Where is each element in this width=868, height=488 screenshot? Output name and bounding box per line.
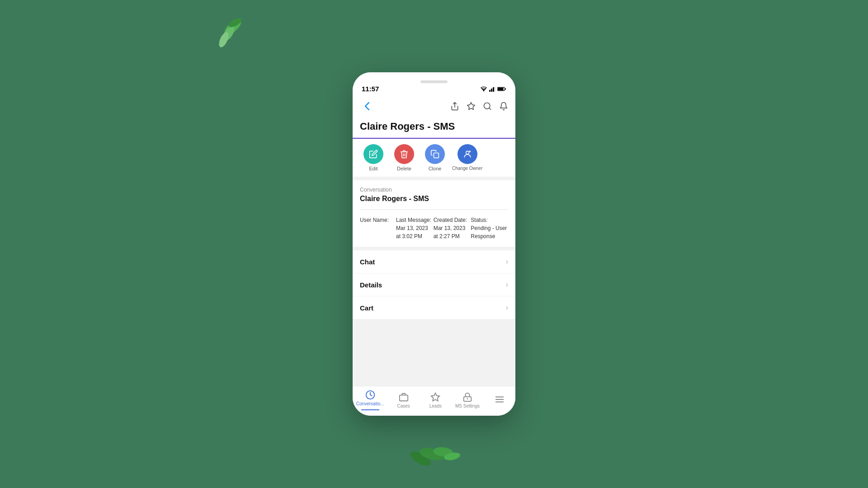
conversation-card-title: Claire Rogers - SMS: [360, 195, 508, 203]
details-chevron-icon: ›: [506, 281, 508, 289]
back-button[interactable]: [360, 99, 374, 113]
share-icon[interactable]: [450, 102, 459, 111]
svg-point-19: [466, 151, 469, 154]
cases-icon: [399, 392, 409, 402]
svg-point-24: [467, 398, 468, 399]
cart-label: Cart: [360, 304, 373, 312]
svg-rect-15: [505, 88, 506, 90]
leads-icon: [430, 392, 440, 402]
bottom-nav: Conversatio... Cases Leads: [353, 386, 515, 416]
svg-rect-11: [493, 87, 494, 92]
conversation-card: Conversation Claire Rogers - SMS User Na…: [353, 180, 515, 247]
details-list-item[interactable]: Details ›: [353, 273, 515, 296]
bell-icon[interactable]: [499, 102, 508, 111]
svg-marker-16: [467, 103, 475, 110]
ms-settings-nav-label: MS Settings: [455, 404, 480, 408]
leads-nav-label: Leads: [429, 404, 442, 408]
svg-marker-22: [431, 393, 439, 400]
user-name-label: User Name:: [360, 216, 396, 224]
user-name-field: User Name:: [360, 216, 396, 240]
bottom-nav-leads[interactable]: Leads: [423, 392, 448, 408]
phone-screen: 11:57: [353, 72, 515, 416]
svg-point-8: [483, 90, 484, 91]
delete-label: Delete: [397, 166, 411, 171]
page-title-bar: Claire Rogers - SMS: [353, 117, 515, 139]
conversations-icon: [365, 390, 375, 400]
cases-nav-label: Cases: [397, 404, 410, 408]
card-fields: User Name: Last Message: Mar 13, 2023 at…: [360, 216, 508, 240]
clone-button[interactable]: Clone: [421, 144, 448, 171]
bottom-nav-menu[interactable]: [487, 394, 512, 406]
star-icon[interactable]: [467, 102, 476, 111]
svg-rect-14: [498, 88, 504, 90]
conversation-section-label: Conversation: [360, 187, 508, 193]
edit-icon-circle: [363, 144, 383, 164]
delete-button[interactable]: Delete: [391, 144, 418, 171]
menu-icon: [495, 394, 505, 404]
created-date-field: Created Date: Mar 13, 2023 at 2:27 PM: [434, 216, 471, 240]
chat-label: Chat: [360, 258, 375, 266]
change-owner-icon-circle: [458, 144, 477, 164]
nav-bar: [353, 95, 515, 117]
conversations-nav-label: Conversatio...: [356, 401, 384, 406]
chat-chevron-icon: ›: [506, 258, 508, 266]
bottom-nav-conversations[interactable]: Conversatio...: [356, 390, 384, 410]
ms-settings-icon: [462, 392, 472, 402]
leaf-decoration-top: [208, 14, 249, 54]
phone-frame: 11:57: [353, 72, 515, 416]
status-label: Status:: [471, 216, 508, 224]
battery-icon: [497, 86, 506, 92]
last-message-label: Last Message:: [396, 216, 434, 224]
clone-icon-circle: [425, 144, 445, 164]
created-date-label: Created Date:: [434, 216, 471, 224]
cart-chevron-icon: ›: [506, 304, 508, 312]
status-time: 11:57: [362, 85, 379, 93]
leaf-decoration-bottom: [407, 438, 461, 470]
delete-icon-circle: [394, 144, 414, 164]
edit-button[interactable]: Edit: [360, 144, 387, 171]
conversations-active-indicator: [361, 409, 379, 410]
svg-rect-9: [489, 90, 491, 92]
scroll-content: Conversation Claire Rogers - SMS User Na…: [353, 180, 515, 386]
clone-label: Clone: [429, 166, 442, 171]
nav-actions: [450, 102, 508, 111]
created-date-value: Mar 13, 2023 at 2:27 PM: [434, 224, 471, 240]
details-label: Details: [360, 281, 382, 289]
status-field: Status: Pending - User Response: [471, 216, 508, 240]
svg-rect-18: [434, 153, 439, 158]
signal-icon: [489, 86, 495, 92]
card-divider: [360, 209, 508, 210]
search-icon[interactable]: [483, 102, 492, 111]
list-section: Chat › Details › Cart ›: [353, 250, 515, 319]
status-value: Pending - User Response: [471, 224, 508, 240]
bottom-nav-ms-settings[interactable]: MS Settings: [455, 392, 480, 408]
chat-list-item[interactable]: Chat ›: [353, 250, 515, 273]
cart-list-item[interactable]: Cart ›: [353, 296, 515, 319]
status-icons: [480, 86, 506, 92]
bottom-nav-cases[interactable]: Cases: [391, 392, 416, 408]
action-buttons-row: Edit Delete: [353, 139, 515, 177]
svg-rect-10: [491, 89, 492, 92]
svg-rect-12: [495, 86, 495, 92]
wifi-icon: [480, 86, 487, 92]
phone-notch: [420, 80, 448, 83]
svg-rect-21: [400, 395, 408, 401]
change-owner-label: Change Owner: [452, 166, 482, 171]
last-message-value: Mar 13, 2023 at 3:02 PM: [396, 224, 434, 240]
change-owner-button[interactable]: Change Owner: [452, 144, 482, 171]
page-title: Claire Rogers - SMS: [360, 121, 508, 132]
last-message-field: Last Message: Mar 13, 2023 at 3:02 PM: [396, 216, 434, 240]
edit-label: Edit: [369, 166, 378, 171]
